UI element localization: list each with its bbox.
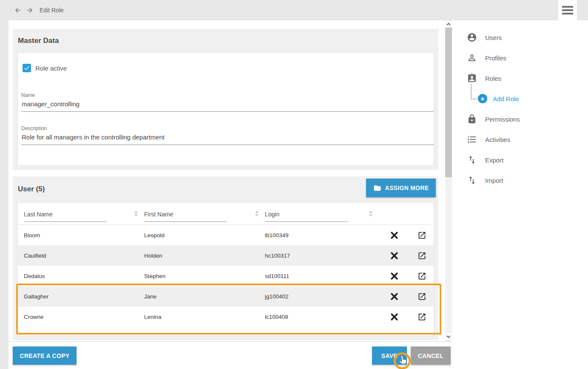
create-copy-button[interactable]: CREATE A COPY [13, 346, 77, 365]
table-row[interactable]: Crowne Lenina lc100408 [18, 307, 434, 327]
sort-icon[interactable] [255, 210, 259, 217]
page-title: Edit Role [40, 7, 64, 14]
table-body: Bloom Leopold lb100349 Caulfield Holden … [18, 225, 434, 327]
open-user-button[interactable] [417, 250, 428, 261]
numbered-list-icon [467, 134, 477, 145]
sidebar-item-label: Add Role [493, 95, 519, 102]
sidebar-item-label: Export [485, 156, 503, 164]
sidebar-item-label: Roles [485, 75, 501, 82]
open-user-button[interactable] [417, 291, 428, 302]
cell-first-name: Stephen [144, 273, 265, 279]
cell-login: lb100349 [265, 232, 379, 238]
assign-more-label: ASSIGN MORE [385, 184, 429, 191]
table-row[interactable]: Gallagher Jane jg100402 [18, 286, 434, 307]
vertical-scrollbar[interactable] [445, 20, 452, 341]
sidebar-item-add-role[interactable]: + Add Role [452, 88, 588, 109]
cell-first-name: Jane [144, 293, 265, 300]
cancel-button[interactable]: CANCEL [411, 346, 451, 365]
chevron-down-icon [446, 335, 451, 338]
sidebar-item-label: Profiles [485, 54, 506, 62]
sidebar-item-permissions[interactable]: Permissions [452, 109, 588, 129]
cell-first-name: Lenina [144, 314, 265, 320]
delete-x-icon [390, 231, 399, 240]
sort-icon[interactable] [369, 210, 373, 217]
remove-user-button[interactable] [389, 230, 400, 241]
user-table: Last Name First Name Login Bloom Leopold [17, 202, 434, 336]
save-button[interactable]: SAVE [372, 346, 407, 365]
import-export-icon [467, 175, 477, 185]
cell-login: sd100111 [265, 273, 379, 279]
sidebar-item-import[interactable]: Import [452, 170, 588, 190]
delete-x-icon [390, 292, 399, 301]
master-data-title: Master Data [18, 37, 59, 45]
checkbox-checked-icon [23, 64, 31, 72]
menu-icon [562, 6, 573, 8]
delete-x-icon [390, 312, 399, 321]
user-section-title: User (5) [18, 185, 45, 193]
open-user-button[interactable] [417, 230, 428, 241]
menu-button[interactable] [558, 0, 577, 20]
sidebar-item-label: Activities [485, 136, 510, 143]
cell-login: lc100408 [265, 314, 379, 320]
delete-x-icon [390, 272, 399, 281]
scroll-up-button[interactable] [445, 21, 452, 27]
remove-user-button[interactable] [389, 291, 400, 302]
sidebar-item-roles[interactable]: Roles [452, 68, 588, 88]
scrollbar-thumb[interactable] [445, 28, 452, 177]
import-export-icon [467, 155, 477, 165]
master-data-card: Role active Name manager_controlling Des… [17, 52, 434, 166]
add-circle-icon: + [478, 94, 487, 103]
top-bar: Edit Role [0, 0, 588, 20]
open-in-new-icon [418, 272, 426, 281]
assign-more-button[interactable]: ASSIGN MORE [366, 179, 436, 197]
sidebar-item-label: Users [485, 34, 502, 41]
sidebar-item-label: Import [485, 177, 503, 184]
open-in-new-icon [418, 312, 426, 321]
user-section: User (5) ASSIGN MORE Last Name First Nam… [13, 176, 438, 340]
cell-last-name: Crowne [24, 314, 144, 320]
sidebar-item-label: Permissions [485, 116, 520, 123]
forward-arrow-icon[interactable] [26, 6, 34, 14]
open-in-new-icon [418, 292, 426, 301]
open-user-button[interactable] [417, 311, 428, 322]
table-row[interactable]: Bloom Leopold lb100349 [18, 225, 434, 245]
main-content: Master Data Role active Name manager_con… [9, 20, 452, 369]
open-user-button[interactable] [417, 270, 428, 281]
cell-last-name: Dedalus [24, 273, 144, 279]
description-field: Description Role for all managers in the… [21, 125, 434, 145]
cell-login: hc100317 [265, 253, 379, 259]
name-input[interactable]: manager_controlling [21, 98, 434, 112]
sidebar-item-users[interactable]: Users [452, 27, 588, 48]
column-header-last-name[interactable]: Last Name [24, 203, 144, 224]
cell-login: jg100402 [265, 293, 379, 300]
remove-user-button[interactable] [389, 311, 400, 322]
chevron-up-icon [446, 23, 451, 26]
sort-icon[interactable] [134, 210, 138, 217]
name-field-label: Name [21, 92, 434, 98]
name-field: Name manager_controlling [21, 92, 434, 112]
delete-x-icon [390, 251, 399, 260]
sidebar-item-profiles[interactable]: Profiles [452, 48, 588, 68]
scroll-down-button[interactable] [445, 333, 452, 340]
cell-last-name: Caulfield [24, 253, 144, 259]
master-data-section: Master Data Role active Name manager_con… [13, 29, 438, 170]
remove-user-button[interactable] [389, 250, 400, 261]
person-outline-icon [467, 53, 477, 63]
column-header-login[interactable]: Login [265, 203, 379, 224]
sidebar-item-activities[interactable]: Activities [452, 129, 588, 150]
table-row[interactable]: Dedalus Stephen sd100111 [18, 266, 434, 286]
sidebar-item-export[interactable]: Export [452, 150, 588, 170]
cell-last-name: Gallagher [24, 293, 144, 300]
cell-last-name: Bloom [24, 232, 144, 238]
role-active-checkbox[interactable]: Role active [23, 64, 67, 72]
remove-user-button[interactable] [389, 270, 400, 281]
account-circle-icon [467, 32, 477, 43]
cell-first-name: Holden [144, 253, 265, 259]
description-field-label: Description [21, 125, 434, 131]
folder-icon [373, 184, 381, 192]
column-header-first-name[interactable]: First Name [144, 203, 265, 224]
table-row[interactable]: Caulfield Holden hc100317 [18, 245, 434, 266]
description-input[interactable]: Role for all managers in the controlling… [21, 131, 434, 145]
back-arrow-icon[interactable] [14, 6, 22, 14]
lock-icon [467, 114, 477, 124]
